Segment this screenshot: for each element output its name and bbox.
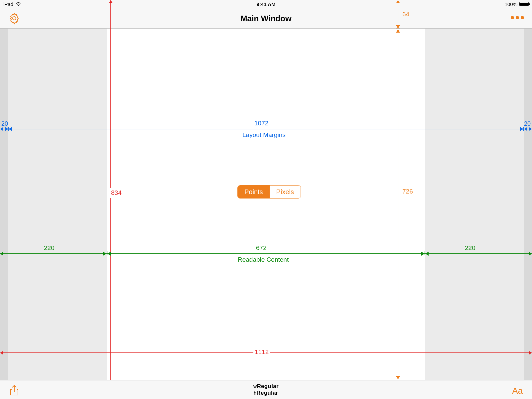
width-prefix: w (253, 384, 257, 389)
more-icon[interactable] (511, 16, 524, 19)
window-height-value: 834 (109, 188, 124, 198)
nav-bar: Main Window (0, 8, 532, 29)
arrow-right-icon (103, 252, 106, 256)
arrow-left-icon (0, 252, 3, 256)
safe-area-top-value: 64 (402, 11, 409, 18)
readable-width-value: 672 (256, 244, 267, 252)
segment-points[interactable]: Points (238, 186, 270, 198)
size-class-readout: wRegular hRegular (0, 383, 532, 396)
readable-label: Readable Content (238, 256, 289, 263)
height-class: Regular (256, 390, 278, 396)
arrow-down-icon (396, 25, 400, 29)
arrow-up-icon (396, 29, 400, 33)
readable-right-value: 220 (465, 244, 475, 252)
window-height-line (110, 0, 111, 399)
margin-right-value: 20 (524, 120, 531, 127)
text-size-icon[interactable]: Aa (512, 386, 523, 396)
arrow-left-icon (9, 127, 12, 131)
readable-left-value: 220 (44, 244, 55, 252)
edge-left (0, 29, 8, 380)
readable-gap-left (8, 29, 107, 380)
margin-left-value: 20 (1, 120, 8, 127)
status-time: 9:41 AM (0, 1, 532, 7)
arrow-right-icon (520, 127, 523, 131)
width-class: Regular (257, 383, 279, 389)
segment-pixels[interactable]: Pixels (270, 186, 301, 198)
layout-canvas (0, 29, 532, 380)
page-title: Main Window (0, 14, 532, 23)
status-bar: iPad 9:41 AM 100% (0, 0, 532, 8)
battery-icon (519, 2, 529, 6)
arrow-right-icon (421, 252, 425, 256)
window-width-value: 1112 (253, 348, 270, 356)
margin-width-line (9, 129, 523, 129)
edge-right (524, 29, 532, 380)
arrow-up-icon (109, 0, 113, 3)
content-area (107, 29, 425, 380)
readable-right-line (425, 253, 532, 254)
arrow-left-icon (107, 252, 111, 256)
arrow-up-icon (396, 0, 400, 3)
safe-area-line (398, 0, 398, 399)
arrow-left-icon (0, 127, 3, 131)
arrow-down-icon (396, 376, 400, 379)
bottom-toolbar: wRegular hRegular Aa (0, 380, 532, 399)
units-segmented-control[interactable]: Points Pixels (237, 185, 301, 199)
arrow-left-icon (0, 351, 3, 355)
arrow-left-icon (524, 127, 527, 131)
safe-area-height-value: 726 (402, 188, 413, 195)
arrow-left-icon (425, 252, 429, 256)
margin-label: Layout Margins (242, 131, 286, 139)
arrow-right-icon (529, 252, 532, 256)
readable-width-line (107, 253, 425, 254)
arrow-right-icon (529, 351, 532, 355)
arrow-right-icon (529, 127, 532, 131)
readable-left-line (0, 253, 107, 254)
margin-width-value: 1072 (254, 120, 268, 127)
readable-gap-right (425, 29, 524, 380)
